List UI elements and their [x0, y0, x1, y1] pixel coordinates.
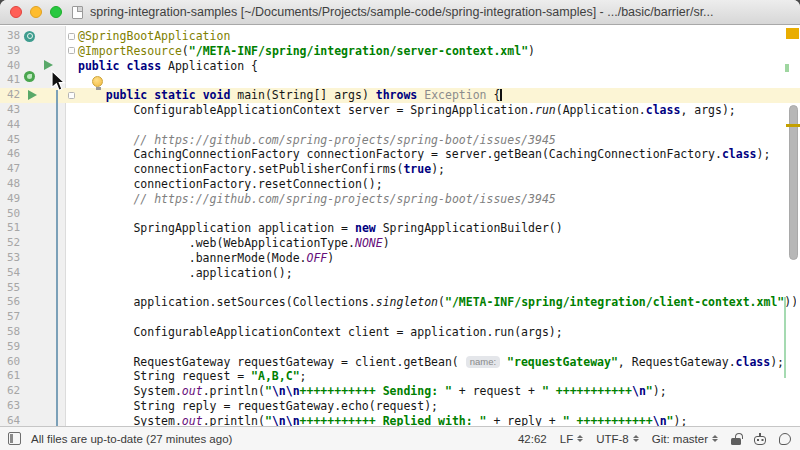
code-line-61[interactable]: String request = "A,B,C";: [0, 369, 796, 384]
code-line-53[interactable]: .bannerMode(Mode.OFF): [0, 251, 796, 266]
run-icon[interactable]: [28, 90, 37, 100]
code-line-43[interactable]: ConfigurableApplicationContext server = …: [0, 103, 796, 118]
tool-window-toggle-icon[interactable]: [8, 432, 21, 445]
maximize-button[interactable]: [50, 6, 62, 18]
code-line-59[interactable]: [0, 340, 796, 355]
document-icon: [72, 6, 83, 19]
parameter-hint: name:: [466, 356, 500, 368]
code-line-50[interactable]: [0, 207, 796, 222]
code-line-41[interactable]: [0, 73, 796, 88]
status-bar: All files are up-to-date (27 minutes ago…: [0, 426, 800, 450]
code-line-44[interactable]: [0, 118, 796, 133]
minimize-button[interactable]: [30, 6, 42, 18]
notification-bubble-icon[interactable]: [779, 433, 791, 445]
code-line-60[interactable]: RequestGateway requestGateway = client.g…: [0, 355, 796, 370]
code-line-58[interactable]: ConfigurableApplicationContext client = …: [0, 325, 796, 340]
lock-icon[interactable]: [731, 438, 741, 445]
code-line-38[interactable]: @SpringBootApplication: [0, 29, 796, 44]
code-line-47[interactable]: connectionFactory.setPublisherConfirms(t…: [0, 162, 796, 177]
code-line-55[interactable]: [0, 281, 796, 296]
close-button[interactable]: [10, 6, 22, 18]
code-lines[interactable]: @SpringBootApplication@ImportResource("/…: [0, 29, 796, 426]
code-line-48[interactable]: connectionFactory.resetConnection();: [0, 177, 796, 192]
hector-inspector-icon[interactable]: [754, 436, 766, 445]
code-line-42[interactable]: public static void main(String[] args) t…: [0, 88, 796, 103]
chevron-updown-icon: [577, 435, 583, 443]
code-line-45[interactable]: // https://github.com/spring-projects/sp…: [0, 133, 796, 148]
code-line-64[interactable]: System.out.println("\n\n+++++++++++ Repl…: [0, 414, 796, 426]
git-branch-widget[interactable]: Git: master: [652, 433, 718, 445]
code-line-54[interactable]: .application();: [0, 266, 796, 281]
code-line-56[interactable]: application.setSources(Collections.singl…: [0, 295, 796, 310]
line-separator-widget[interactable]: LF: [560, 433, 583, 445]
analysis-status-square[interactable]: [786, 28, 799, 39]
chevron-updown-icon: [633, 435, 639, 443]
ide-window: spring-integration-samples [~/Documents/…: [0, 0, 800, 450]
text-caret: [500, 89, 502, 101]
status-message: All files are up-to-date (27 minutes ago…: [31, 433, 232, 445]
code-line-40[interactable]: public class Application {: [0, 59, 796, 74]
code-line-49[interactable]: // https://github.com/spring-projects/sp…: [0, 192, 796, 207]
encoding-widget[interactable]: UTF-8: [596, 433, 639, 445]
code-line-52[interactable]: .web(WebApplicationType.NONE): [0, 236, 796, 251]
scrollbar-thumb[interactable]: [789, 105, 798, 260]
titlebar: spring-integration-samples [~/Documents/…: [0, 0, 800, 25]
code-line-57[interactable]: [0, 310, 796, 325]
window-controls: [10, 6, 62, 18]
code-line-62[interactable]: System.out.println("\n\n+++++++++++ Send…: [0, 384, 796, 399]
code-editor[interactable]: 3839404142434445464748495051525354555657…: [0, 26, 800, 426]
right-guide-line: [784, 297, 786, 378]
caret-position-widget[interactable]: 42:62: [518, 433, 547, 445]
gutter-icons: [0, 26, 11, 48]
code-line-63[interactable]: String reply = requestGateway.echo(reque…: [0, 399, 796, 414]
spring-bean-search-icon[interactable]: [24, 31, 35, 42]
code-line-51[interactable]: SpringApplication application = new Spri…: [0, 221, 796, 236]
run-icon[interactable]: [44, 60, 53, 70]
code-line-39[interactable]: @ImportResource("/META-INF/spring/integr…: [0, 44, 796, 59]
code-line-46[interactable]: CachingConnectionFactory connectionFacto…: [0, 147, 796, 162]
stripe-mark-warning-icon[interactable]: [786, 124, 800, 127]
mouse-cursor: [51, 70, 66, 92]
chevron-updown-icon: [712, 435, 718, 443]
intention-bulb-icon[interactable]: [92, 76, 103, 87]
stripe-mark-ok-icon[interactable]: [785, 64, 789, 72]
window-title: spring-integration-samples [~/Documents/…: [90, 5, 714, 19]
